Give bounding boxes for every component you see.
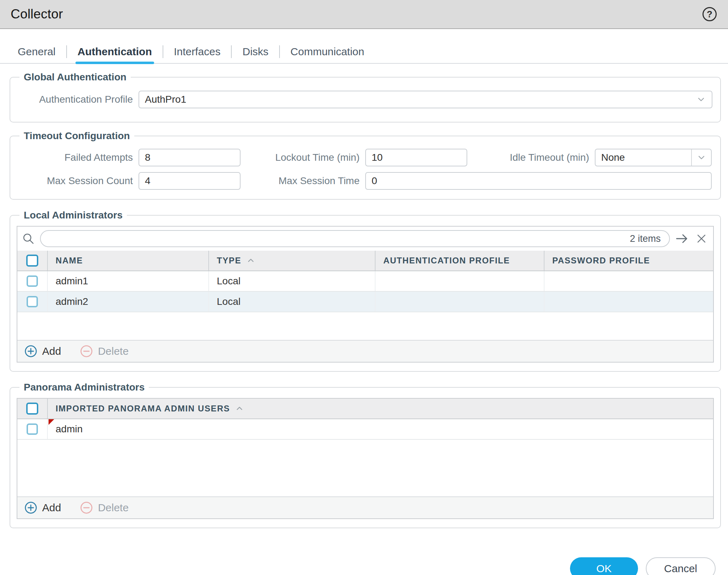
chevron-down-icon	[692, 95, 706, 104]
authentication-tab-panel: Global Authentication Authentication Pro…	[0, 72, 728, 575]
column-header-imported-panorama-admin-users-label: IMPORTED PANORAMA ADMIN USERS	[56, 404, 230, 414]
global-authentication-section: Global Authentication Authentication Pro…	[10, 72, 721, 123]
empty-table-area	[17, 312, 713, 340]
tab-interfaces-label: Interfaces	[174, 46, 221, 58]
table-row[interactable]: admin1 Local	[17, 271, 713, 292]
delete-button[interactable]: Delete	[79, 344, 129, 358]
column-header-password-profile[interactable]: PASSWORD PROFILE	[544, 251, 713, 271]
apply-filter-arrow-icon[interactable]	[673, 232, 690, 246]
dialog-title: Collector	[11, 7, 63, 22]
tab-bar: General Authentication Interfaces Disks …	[0, 40, 728, 64]
tab-disks[interactable]: Disks	[232, 40, 279, 63]
max-session-count-label: Max Session Count	[16, 175, 139, 187]
max-session-time-input[interactable]	[365, 172, 712, 190]
idle-timeout-select[interactable]: None	[595, 149, 712, 166]
column-header-name-label: NAME	[56, 256, 83, 266]
column-header-authentication-profile[interactable]: AUTHENTICATION PROFILE	[375, 251, 544, 271]
authentication-profile-select[interactable]: AuthPro1	[139, 91, 712, 108]
ok-button[interactable]: OK	[570, 557, 638, 575]
cell-authentication-profile	[375, 292, 544, 312]
cell-authentication-profile	[375, 271, 544, 291]
cell-password-profile	[544, 271, 713, 291]
circle-plus-icon	[24, 501, 38, 515]
row-checkbox-cell	[17, 271, 47, 291]
cell-imported-admin-user-label: admin	[56, 423, 83, 435]
table-row[interactable]: admin2 Local	[17, 292, 713, 312]
column-header-type-label: TYPE	[217, 256, 241, 266]
delete-button-label: Delete	[98, 345, 129, 357]
lockout-time-input[interactable]	[365, 149, 467, 166]
column-header-name[interactable]: NAME	[47, 251, 208, 271]
panorama-administrators-section: Panorama Administrators IMPORTED PANORAM…	[10, 382, 721, 528]
cell-password-profile	[544, 292, 713, 312]
circle-plus-icon	[24, 344, 38, 358]
failed-attempts-input[interactable]	[139, 149, 241, 166]
items-count-badge: 2 items	[630, 233, 661, 244]
add-button[interactable]: Add	[24, 344, 61, 358]
select-all-cell	[17, 399, 47, 419]
table-actions: Add Delete	[17, 340, 713, 362]
column-header-imported-panorama-admin-users[interactable]: IMPORTED PANORAMA ADMIN USERS	[47, 399, 713, 419]
lockout-time-label: Lockout Time (min)	[241, 152, 365, 163]
help-icon[interactable]: ?	[702, 7, 717, 21]
cell-imported-admin-user: admin	[47, 419, 713, 439]
circle-minus-icon	[79, 344, 94, 358]
authentication-profile-label: Authentication Profile	[16, 94, 139, 105]
select-all-checkbox[interactable]	[26, 255, 38, 267]
tab-interfaces[interactable]: Interfaces	[163, 40, 231, 63]
sort-ascending-icon	[235, 404, 244, 413]
row-checkbox-cell	[17, 292, 47, 312]
add-button-label: Add	[42, 345, 61, 357]
max-session-count-input[interactable]	[139, 172, 241, 190]
timeout-configuration-legend: Timeout Configuration	[19, 130, 134, 142]
local-administrators-legend: Local Administrators	[19, 210, 127, 221]
search-field: 2 items	[40, 230, 670, 247]
cancel-button[interactable]: Cancel	[646, 557, 716, 575]
row-checkbox[interactable]	[27, 296, 38, 307]
column-header-password-profile-label: PASSWORD PROFILE	[552, 256, 650, 266]
table-actions: Add Delete	[17, 496, 713, 518]
tab-authentication-label: Authentication	[78, 46, 152, 58]
empty-table-area	[17, 440, 713, 496]
cell-type: Local	[208, 271, 375, 291]
timeout-configuration-section: Timeout Configuration Failed Attempts Lo…	[10, 130, 721, 200]
row-checkbox[interactable]	[27, 423, 38, 435]
local-administrators-section: Local Administrators 2 items	[10, 210, 721, 372]
tab-disks-label: Disks	[242, 46, 268, 58]
idle-timeout-value: None	[601, 152, 625, 163]
max-session-time-label: Max Session Time	[241, 175, 365, 187]
authentication-profile-value: AuthPro1	[145, 94, 186, 105]
table-toolbar: 2 items	[17, 227, 713, 251]
chevron-down-icon	[691, 149, 711, 166]
failed-attempts-label: Failed Attempts	[16, 152, 139, 163]
modified-flag-icon	[49, 419, 54, 425]
dialog-footer: OK Cancel	[0, 557, 716, 575]
column-header-authentication-profile-label: AUTHENTICATION PROFILE	[383, 256, 510, 266]
cell-type: Local	[208, 292, 375, 312]
table-row[interactable]: admin	[17, 419, 713, 440]
table-header-row: NAME TYPE AUTHENTICATION PROFILE PASSWOR…	[17, 251, 713, 271]
tab-communication-label: Communication	[290, 46, 364, 58]
cell-name: admin1	[47, 271, 208, 291]
local-administrators-table: 2 items NAME TYPE	[17, 226, 714, 363]
select-all-cell	[17, 251, 47, 271]
add-button[interactable]: Add	[24, 501, 61, 515]
clear-filter-x-icon[interactable]	[694, 233, 709, 245]
select-all-checkbox[interactable]	[26, 403, 38, 415]
cell-name: admin2	[47, 292, 208, 312]
column-header-type[interactable]: TYPE	[208, 251, 375, 271]
tab-general[interactable]: General	[7, 40, 66, 63]
panorama-administrators-table: IMPORTED PANORAMA ADMIN USERS admin Add	[17, 398, 714, 519]
search-input[interactable]	[48, 233, 630, 244]
active-tab-indicator	[75, 62, 154, 64]
tab-authentication[interactable]: Authentication	[67, 40, 163, 63]
row-checkbox[interactable]	[27, 275, 38, 287]
delete-button[interactable]: Delete	[79, 501, 129, 515]
idle-timeout-label: Idle Timeout (min)	[467, 152, 595, 163]
tab-communication[interactable]: Communication	[280, 40, 375, 63]
dialog-titlebar: Collector ?	[0, 0, 728, 29]
panorama-administrators-legend: Panorama Administrators	[19, 382, 149, 393]
search-icon	[20, 232, 36, 245]
sort-ascending-icon	[246, 256, 255, 265]
global-authentication-legend: Global Authentication	[19, 72, 131, 83]
